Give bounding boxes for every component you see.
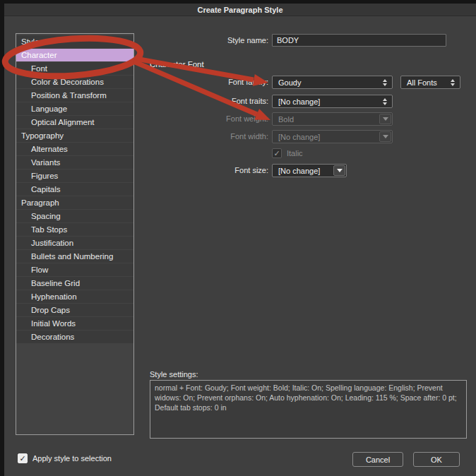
font-family-popup[interactable]: Goudy [272, 76, 393, 89]
dropdown-arrow-icon [379, 131, 391, 142]
sidebar-item-label: Justification [31, 239, 73, 247]
italic-checkbox[interactable]: ✓ [272, 148, 282, 158]
sidebar-item-label: Decorations [31, 333, 74, 341]
sidebar-item-baseline-grid[interactable]: Baseline Grid [16, 277, 133, 290]
font-size-value: [No change] [278, 167, 320, 175]
sidebar-item-style[interactable]: Style [16, 35, 133, 48]
sidebar-item-label: Initial Words [31, 319, 76, 328]
sidebar-item-label: Language [31, 105, 67, 113]
dialog-title: Create Paragraph Style [197, 6, 282, 14]
checkmark-icon: ✓ [19, 455, 25, 463]
style-list: StyleCharacterFontColor & DecorationsPos… [16, 33, 134, 435]
sidebar-item-initial-words[interactable]: Initial Words [16, 317, 133, 330]
font-width-combo: [No change] [272, 130, 393, 143]
font-collection-popup[interactable]: All Fonts [400, 76, 460, 89]
sidebar-item-typography[interactable]: Typography [16, 129, 133, 142]
sidebar-item-variants[interactable]: Variants [16, 156, 133, 169]
sidebar-item-optical-alignment[interactable]: Optical Alignment [16, 116, 133, 129]
sidebar-item-label: Figures [31, 172, 58, 180]
sidebar-item-label: Tab Stops [31, 225, 67, 234]
sidebar-item-label: Character [21, 51, 57, 59]
style-settings-label: Style settings: [150, 370, 198, 379]
sidebar-item-label: Optical Alignment [31, 118, 95, 126]
ok-button[interactable]: OK [413, 452, 460, 467]
sidebar-item-label: Typography [21, 131, 64, 140]
sidebar-item-spacing[interactable]: Spacing [16, 210, 133, 222]
stepper-icon [383, 98, 387, 105]
sidebar-item-label: Color & Decorations [31, 78, 104, 86]
font-traits-label: Font traits: [155, 95, 268, 107]
sidebar-item-label: Style [21, 37, 40, 46]
checkmark-icon: ✓ [273, 150, 280, 157]
sidebar-item-label: Capitals [31, 185, 61, 194]
sidebar-item-capitals[interactable]: Capitals [16, 183, 133, 196]
sidebar-item-label: Position & Transform [31, 91, 107, 100]
sidebar-item-label: Hyphenation [31, 292, 77, 301]
stepper-icon [451, 79, 455, 86]
stepper-icon [383, 79, 387, 86]
sidebar-item-position-transform[interactable]: Position & Transform [16, 89, 133, 102]
sidebar-item-flow[interactable]: Flow [16, 263, 133, 276]
sidebar-item-label: Spacing [31, 212, 61, 220]
font-width-label: Font width: [155, 130, 268, 143]
dropdown-arrow-icon [333, 165, 345, 176]
dropdown-arrow-icon [379, 114, 391, 124]
cancel-button[interactable]: Cancel [352, 452, 403, 467]
style-name-input[interactable] [272, 34, 446, 47]
sidebar-item-justification[interactable]: Justification [16, 237, 133, 249]
sidebar-item-label: Font [31, 64, 47, 73]
sidebar-item-font[interactable]: Font [16, 62, 133, 75]
italic-label: Italic [287, 148, 303, 159]
sidebar-item-alternates[interactable]: Alternates [16, 143, 133, 155]
sidebar-item-label: Bullets and Numbering [31, 252, 113, 261]
font-family-value: Goudy [278, 78, 301, 87]
font-width-value: [No change] [278, 133, 320, 141]
font-traits-popup[interactable]: [No change] [272, 95, 393, 108]
create-paragraph-style-dialog: Create Paragraph Style StyleCharacterFon… [4, 4, 476, 476]
sidebar-item-label: Flow [31, 266, 48, 274]
sidebar-item-hyphenation[interactable]: Hyphenation [16, 290, 133, 303]
dialog-titlebar: Create Paragraph Style [4, 4, 476, 16]
sidebar-item-tab-stops[interactable]: Tab Stops [16, 223, 133, 236]
sidebar-item-label: Paragraph [21, 198, 59, 207]
font-weight-combo: Bold [272, 112, 393, 126]
sidebar-item-color-decorations[interactable]: Color & Decorations [16, 76, 133, 88]
sidebar-item-figures[interactable]: Figures [16, 169, 133, 182]
sidebar-item-drop-caps[interactable]: Drop Caps [16, 304, 133, 316]
sidebar-item-label: Alternates [31, 145, 68, 153]
font-traits-value: [No change] [278, 97, 320, 106]
sidebar-item-language[interactable]: Language [16, 102, 133, 115]
font-weight-value: Bold [278, 115, 294, 124]
font-size-combo[interactable]: [No change] [272, 164, 347, 177]
sidebar-item-decorations[interactable]: Decorations [16, 331, 133, 343]
font-family-label: Font family: [155, 76, 268, 88]
sidebar-item-label: Variants [31, 158, 60, 167]
character-font-section-title: Character Font [150, 60, 204, 69]
sidebar-item-label: Drop Caps [31, 306, 70, 314]
apply-style-label: Apply style to selection [32, 453, 112, 464]
font-weight-label: Font weight: [155, 112, 268, 125]
sidebar-item-bullets-and-numbering[interactable]: Bullets and Numbering [16, 250, 133, 263]
sidebar-item-character[interactable]: Character [16, 49, 133, 61]
font-size-label: Font size: [155, 164, 268, 177]
style-settings-text: normal + Font: Goudy; Font weight: Bold;… [150, 380, 467, 439]
style-name-label: Style name: [155, 34, 268, 47]
font-collection-value: All Fonts [407, 78, 437, 87]
sidebar-item-paragraph[interactable]: Paragraph [16, 196, 133, 209]
apply-style-checkbox[interactable]: ✓ [18, 453, 28, 463]
sidebar-item-label: Baseline Grid [31, 279, 80, 287]
